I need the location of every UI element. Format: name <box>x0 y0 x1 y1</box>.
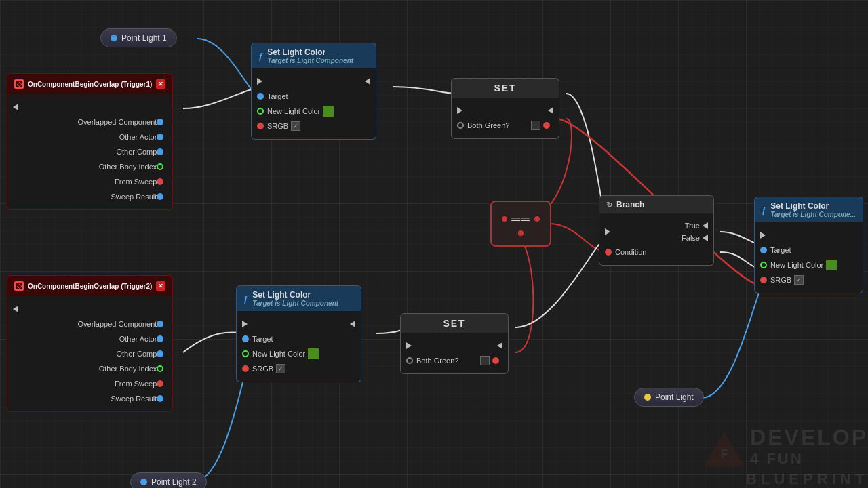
trigger2-icon: ◇ <box>14 281 24 291</box>
set-bottom-field-pin-l <box>406 357 413 364</box>
slc-mid-color-pin <box>242 350 249 357</box>
slc-right-target: Target <box>770 246 791 254</box>
trigger2-close[interactable]: ✕ <box>156 281 165 291</box>
slc-mid-subtitle: Target is Light Component <box>252 300 338 307</box>
set-bottom-node: SET Both Green? <box>400 313 509 374</box>
wm-4fun: 4 FUN <box>750 450 868 468</box>
set-bottom-exec-in <box>406 342 412 349</box>
trigger1-node: ◇ OnComponentBeginOverlap (Trigger1) ✕ O… <box>7 73 173 210</box>
slc-right-color: New Light Color <box>770 261 823 269</box>
t2-overlapped-pin <box>157 321 163 327</box>
t1-body-pin <box>157 163 163 170</box>
t1-body-index: Other Body Index <box>99 163 157 171</box>
branch-condition-pin <box>605 249 612 256</box>
slc-mid-target-pin <box>242 336 249 342</box>
t1-overlapped-pin <box>157 119 163 125</box>
t2-overlapped: Overlapped Component <box>78 320 157 328</box>
slc-right-color-pin <box>760 262 767 268</box>
eq-pin-l2 <box>518 230 524 236</box>
t1-other-comp-pin <box>157 148 163 155</box>
t2-sweep: From Sweep <box>115 380 157 388</box>
pill-dot-2 <box>140 479 147 485</box>
slc-right-title: Set Light Color <box>770 201 856 211</box>
trigger1-icon: ◇ <box>14 79 24 89</box>
slc-right-swatch <box>826 260 837 270</box>
branch-false: False <box>682 234 700 242</box>
trigger2-exec-out <box>13 306 18 312</box>
slc-mid-target: Target <box>252 335 273 343</box>
slc-top-exec-in <box>257 78 262 85</box>
trigger2-label: OnComponentBeginOverlap (Trigger2) <box>28 283 152 290</box>
t2-body-pin <box>157 365 163 372</box>
equal-node: ══ <box>490 201 551 247</box>
logo-f: F <box>721 447 728 462</box>
set-bottom-field: Both Green? <box>416 357 458 365</box>
slc-right-target-pin <box>760 247 767 253</box>
t2-other-actor: Other Actor <box>119 335 157 343</box>
t2-body-index: Other Body Index <box>99 365 157 373</box>
slc-right-exec-in <box>760 232 766 239</box>
point-light-2-node: Point Light 2 <box>130 472 207 488</box>
t2-sweep-result: Sweep Result <box>111 394 157 403</box>
func-icon-mid: ƒ <box>243 293 248 304</box>
slc-top-color-pin <box>257 108 264 115</box>
slc-mid-exec-out <box>350 321 355 327</box>
slc-top-target-pin <box>257 93 264 100</box>
wm-blueprint: BLUEPRINT <box>746 470 868 488</box>
branch-true: True <box>685 222 700 230</box>
set-top-label: SET <box>458 83 552 94</box>
slc-top-srgb: SRGB <box>267 122 288 130</box>
eq-pin-l1 <box>502 216 507 222</box>
slc-right-srgb-cb[interactable]: ✓ <box>794 275 804 285</box>
branch-icon: ↻ <box>606 201 612 209</box>
branch-node: ↻ Branch True False Condition <box>599 195 714 266</box>
trigger1-close[interactable]: ✕ <box>156 79 165 89</box>
set-bottom-label: SET <box>408 318 501 329</box>
slc-right-subtitle: Target is Light Compone... <box>770 211 856 218</box>
watermark: F DEVELOP 4 FUN BLUEPRINT <box>665 352 868 488</box>
slc-mid-title: Set Light Color <box>252 290 338 300</box>
set-bottom-checkbox[interactable] <box>480 356 490 365</box>
slc-top-srgb-cb[interactable]: ✓ <box>291 121 300 131</box>
slc-mid-color: New Light Color <box>252 350 305 358</box>
t1-sweep-result-pin <box>157 193 163 200</box>
set-top-node: SET Both Green? <box>451 78 559 139</box>
slc-mid-srgb: SRGB <box>252 365 273 373</box>
t1-other-actor: Other Actor <box>119 133 157 141</box>
set-light-color-top-node: ƒ Set Light Color Target is Light Compon… <box>251 43 376 140</box>
t1-other-comp: Other Comp <box>116 148 157 156</box>
set-top-field: Both Green? <box>467 121 509 129</box>
set-bottom-exec-out <box>497 342 502 349</box>
slc-top-subtitle: Target is Light Component <box>267 57 353 64</box>
branch-exec-in <box>605 228 610 235</box>
trigger1-label: OnComponentBeginOverlap (Trigger1) <box>28 81 152 88</box>
eq-symbol: ══ <box>511 212 530 226</box>
slc-top-target: Target <box>267 92 288 100</box>
trigger1-exec-out <box>13 104 18 110</box>
slc-top-color: New Light Color <box>267 107 320 115</box>
pill-dot-bottom <box>644 394 651 401</box>
set-bottom-field-pin-r <box>492 357 499 364</box>
slc-mid-srgb-cb[interactable]: ✓ <box>276 364 285 373</box>
point-light-2-label: Point Light 2 <box>151 477 197 487</box>
func-icon-top: ƒ <box>258 51 263 61</box>
slc-mid-swatch <box>308 348 319 359</box>
set-top-field-pin-r <box>543 122 550 129</box>
t1-other-actor-pin <box>157 134 163 140</box>
t1-overlapped: Overlapped Component <box>78 118 157 126</box>
slc-top-exec-out <box>365 78 370 85</box>
set-top-exec-out <box>548 107 553 114</box>
branch-true-pin <box>703 222 708 229</box>
t1-sweep-result: Sweep Result <box>111 192 157 201</box>
slc-mid-srgb-pin <box>242 365 249 372</box>
t2-other-actor-pin <box>157 336 163 342</box>
slc-right-srgb: SRGB <box>770 276 791 284</box>
branch-label: Branch <box>616 200 644 209</box>
wm-develop: DEVELOP <box>750 425 868 450</box>
branch-false-pin <box>703 235 708 241</box>
slc-right-srgb-pin <box>760 277 767 283</box>
set-top-checkbox[interactable] <box>531 121 540 130</box>
set-top-exec-in <box>457 107 462 114</box>
t1-sweep: From Sweep <box>115 178 157 186</box>
branch-condition: Condition <box>615 248 646 256</box>
